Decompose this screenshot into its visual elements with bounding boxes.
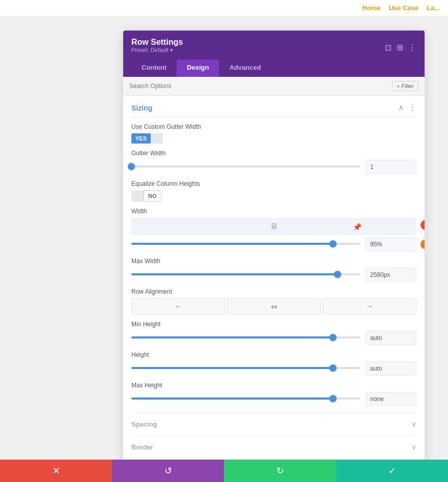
- equalize-no-part: NO: [144, 190, 161, 202]
- panel-preset: Preset: Default ▾: [131, 47, 183, 53]
- height-slider[interactable]: [131, 367, 360, 370]
- search-bar: + Filter: [123, 77, 425, 96]
- max-width-slider[interactable]: [131, 273, 360, 276]
- border-section[interactable]: Border ∨: [131, 435, 416, 458]
- nav-la[interactable]: La...: [427, 4, 440, 12]
- min-height-label: Min Height: [131, 321, 416, 328]
- border-chevron: ∨: [411, 443, 416, 451]
- equalize-yes-part: [131, 191, 144, 201]
- width-slider[interactable]: [131, 243, 360, 246]
- equalize-columns-label: Equalize Column Heights: [131, 180, 416, 187]
- toggle-yes-part: YES: [131, 133, 151, 144]
- panel-tabs: Content Design Advanced: [131, 60, 416, 77]
- min-height-slider[interactable]: [131, 336, 360, 339]
- min-height-input[interactable]: [366, 331, 416, 345]
- tab-content[interactable]: Content: [131, 60, 177, 77]
- equalize-columns-field: Equalize Column Heights NO: [131, 180, 416, 202]
- max-height-slider[interactable]: [131, 398, 360, 401]
- gutter-width-slider[interactable]: [131, 165, 360, 168]
- search-input[interactable]: [129, 82, 392, 90]
- section-more-icon[interactable]: ⋮: [408, 103, 416, 112]
- reset-icon: ↺: [164, 465, 172, 476]
- max-height-label: Max Height: [131, 382, 416, 389]
- spacing-chevron: ∨: [411, 420, 416, 428]
- pin-icon[interactable]: 📌: [353, 223, 361, 231]
- width-field: Width 🖥 2 1 📌: [131, 208, 416, 251]
- max-width-input[interactable]: [366, 268, 416, 282]
- sizing-section-header: Sizing ∧ ⋮: [131, 96, 416, 117]
- redo-icon: ↻: [276, 465, 284, 476]
- use-custom-gutter-field: Use Custom Gutter Width YES: [131, 123, 416, 144]
- columns-icon[interactable]: ⊞: [397, 43, 403, 52]
- row-alignment-label: Row Alignment: [131, 288, 416, 295]
- gutter-width-label: Gutter Width: [131, 150, 416, 157]
- device-selector: 🖥: [131, 218, 416, 235]
- cancel-icon: ✕: [52, 465, 60, 476]
- bottom-toolbar: ✕ ↺ ↻ ✓: [0, 460, 448, 482]
- save-button[interactable]: ✓: [336, 460, 448, 482]
- save-icon: ✓: [388, 465, 396, 476]
- align-center-icon: ⇔: [271, 302, 277, 311]
- filter-button[interactable]: + Filter: [392, 81, 418, 91]
- use-custom-gutter-label: Use Custom Gutter Width: [131, 123, 416, 130]
- row-settings-panel: Row Settings Preset: Default ▾ ⊡ ⊞ ⋮ Con…: [123, 31, 425, 466]
- cancel-button[interactable]: ✕: [0, 460, 112, 482]
- max-width-field: Max Width: [131, 258, 416, 282]
- panel-title: Row Settings: [131, 38, 183, 47]
- height-field: Height: [131, 351, 416, 376]
- panel-header-top: Row Settings Preset: Default ▾ ⊡ ⊞ ⋮: [131, 38, 416, 58]
- reset-button[interactable]: ↺: [112, 460, 224, 482]
- header-icons: ⊡ ⊞ ⋮: [385, 43, 416, 52]
- custom-gutter-toggle[interactable]: YES: [131, 133, 163, 144]
- gutter-width-input[interactable]: [366, 160, 416, 174]
- width-label: Width: [131, 208, 416, 215]
- border-title: Border: [131, 443, 153, 451]
- panel-header: Row Settings Preset: Default ▾ ⊡ ⊞ ⋮ Con…: [123, 31, 425, 77]
- top-navigation: Home Use Case La...: [0, 0, 448, 16]
- badge-1: 1: [421, 220, 425, 230]
- tab-advanced[interactable]: Advanced: [219, 60, 271, 77]
- collapse-icon[interactable]: ∧: [398, 103, 404, 112]
- nav-home[interactable]: Home: [362, 4, 380, 12]
- min-height-slider-row: [131, 331, 416, 345]
- spacing-title: Spacing: [131, 420, 157, 428]
- max-width-label: Max Width: [131, 258, 416, 265]
- gutter-width-slider-row: [131, 160, 416, 174]
- gutter-width-field: Gutter Width: [131, 150, 416, 174]
- max-height-slider-row: [131, 392, 416, 406]
- alignment-buttons: ← ⇔ →: [131, 298, 416, 315]
- panel-title-group: Row Settings Preset: Default ▾: [131, 38, 183, 58]
- align-center-button[interactable]: ⇔: [227, 298, 321, 315]
- badge-2: 2: [421, 239, 425, 249]
- align-left-button[interactable]: ←: [131, 298, 225, 315]
- redo-button[interactable]: ↻: [224, 460, 336, 482]
- height-slider-row: [131, 361, 416, 376]
- nav-usecase[interactable]: Use Case: [388, 4, 418, 12]
- max-height-input[interactable]: [366, 392, 416, 406]
- desktop-icon[interactable]: 🖥: [266, 221, 282, 232]
- row-alignment-field: Row Alignment ← ⇔ →: [131, 288, 416, 315]
- height-input[interactable]: [366, 361, 416, 376]
- sizing-controls: ∧ ⋮: [398, 103, 416, 112]
- align-right-button[interactable]: →: [323, 298, 416, 315]
- width-input[interactable]: [366, 237, 416, 251]
- sizing-title: Sizing: [131, 104, 152, 112]
- min-height-field: Min Height: [131, 321, 416, 345]
- height-label: Height: [131, 351, 416, 358]
- align-left-icon: ←: [174, 302, 182, 311]
- more-options-icon[interactable]: ⋮: [408, 43, 416, 52]
- spacing-section[interactable]: Spacing ∨: [131, 412, 416, 435]
- equalize-toggle[interactable]: NO: [131, 190, 161, 202]
- tab-design[interactable]: Design: [177, 60, 219, 77]
- toggle-no-part: [151, 133, 163, 144]
- panel-content: Sizing ∧ ⋮ Use Custom Gutter Width YES G…: [123, 96, 425, 466]
- align-right-icon: →: [366, 302, 374, 311]
- screen-icon[interactable]: ⊡: [385, 43, 391, 52]
- max-width-slider-row: [131, 268, 416, 282]
- max-height-field: Max Height: [131, 382, 416, 406]
